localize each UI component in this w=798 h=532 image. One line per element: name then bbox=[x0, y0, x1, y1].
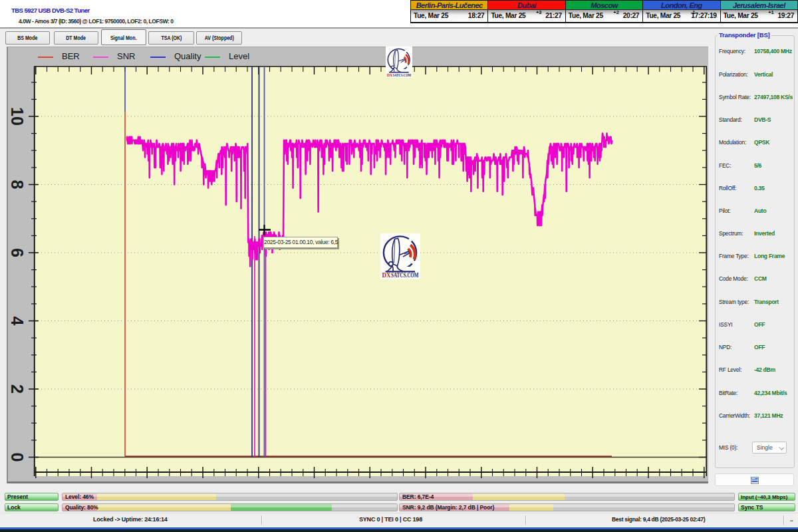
svg-text:6: 6 bbox=[8, 248, 27, 257]
svg-text:SATCS.COM: SATCS.COM bbox=[393, 72, 412, 77]
svg-text:2: 2 bbox=[8, 384, 27, 394]
svg-text:8: 8 bbox=[8, 180, 27, 190]
svg-text:4: 4 bbox=[8, 317, 27, 326]
svg-text:DX: DX bbox=[387, 72, 393, 77]
svg-text:SATCS.COM: SATCS.COM bbox=[391, 271, 419, 279]
svg-text:10: 10 bbox=[8, 107, 27, 126]
svg-text:DX: DX bbox=[382, 271, 391, 279]
svg-text:0: 0 bbox=[8, 453, 27, 462]
